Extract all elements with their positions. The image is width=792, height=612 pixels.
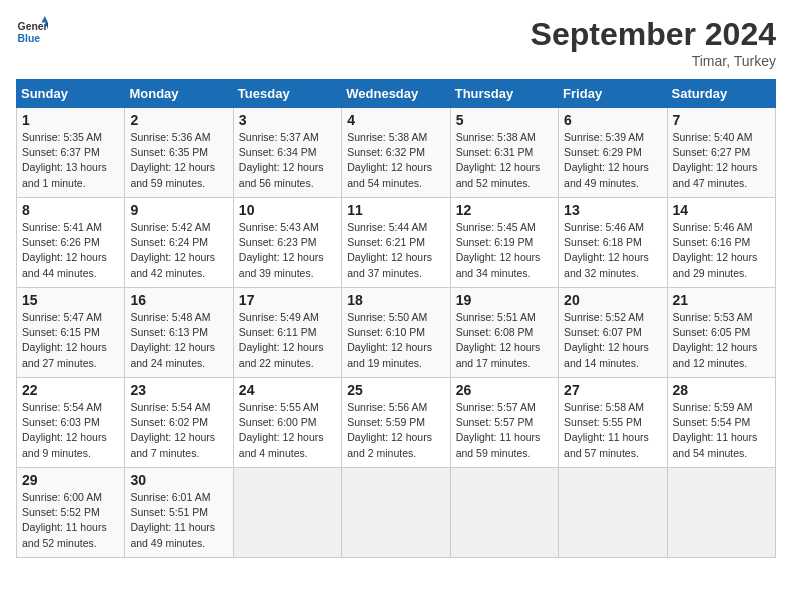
day-number: 11 — [347, 202, 444, 218]
col-wednesday: Wednesday — [342, 80, 450, 108]
table-row: 18Sunrise: 5:50 AM Sunset: 6:10 PM Dayli… — [342, 288, 450, 378]
day-number: 24 — [239, 382, 336, 398]
calendar-row: 15Sunrise: 5:47 AM Sunset: 6:15 PM Dayli… — [17, 288, 776, 378]
table-row: 9Sunrise: 5:42 AM Sunset: 6:24 PM Daylig… — [125, 198, 233, 288]
logo-icon: General Blue — [16, 16, 48, 48]
col-friday: Friday — [559, 80, 667, 108]
day-info: Sunrise: 5:49 AM Sunset: 6:11 PM Dayligh… — [239, 310, 336, 371]
day-info: Sunrise: 5:46 AM Sunset: 6:16 PM Dayligh… — [673, 220, 770, 281]
calendar-row: 8Sunrise: 5:41 AM Sunset: 6:26 PM Daylig… — [17, 198, 776, 288]
day-info: Sunrise: 5:40 AM Sunset: 6:27 PM Dayligh… — [673, 130, 770, 191]
table-row: 17Sunrise: 5:49 AM Sunset: 6:11 PM Dayli… — [233, 288, 341, 378]
day-info: Sunrise: 5:45 AM Sunset: 6:19 PM Dayligh… — [456, 220, 553, 281]
day-number: 22 — [22, 382, 119, 398]
day-number: 1 — [22, 112, 119, 128]
table-row: 11Sunrise: 5:44 AM Sunset: 6:21 PM Dayli… — [342, 198, 450, 288]
day-number: 17 — [239, 292, 336, 308]
header-row: Sunday Monday Tuesday Wednesday Thursday… — [17, 80, 776, 108]
table-row: 22Sunrise: 5:54 AM Sunset: 6:03 PM Dayli… — [17, 378, 125, 468]
day-info: Sunrise: 6:01 AM Sunset: 5:51 PM Dayligh… — [130, 490, 227, 551]
day-number: 15 — [22, 292, 119, 308]
table-row: 15Sunrise: 5:47 AM Sunset: 6:15 PM Dayli… — [17, 288, 125, 378]
table-row — [342, 468, 450, 558]
day-info: Sunrise: 5:41 AM Sunset: 6:26 PM Dayligh… — [22, 220, 119, 281]
calendar-row: 22Sunrise: 5:54 AM Sunset: 6:03 PM Dayli… — [17, 378, 776, 468]
day-number: 18 — [347, 292, 444, 308]
svg-marker-2 — [42, 16, 48, 22]
table-row: 10Sunrise: 5:43 AM Sunset: 6:23 PM Dayli… — [233, 198, 341, 288]
table-row: 5Sunrise: 5:38 AM Sunset: 6:31 PM Daylig… — [450, 108, 558, 198]
day-info: Sunrise: 5:51 AM Sunset: 6:08 PM Dayligh… — [456, 310, 553, 371]
day-number: 19 — [456, 292, 553, 308]
day-info: Sunrise: 5:37 AM Sunset: 6:34 PM Dayligh… — [239, 130, 336, 191]
day-number: 16 — [130, 292, 227, 308]
day-info: Sunrise: 5:38 AM Sunset: 6:31 PM Dayligh… — [456, 130, 553, 191]
table-row: 1Sunrise: 5:35 AM Sunset: 6:37 PM Daylig… — [17, 108, 125, 198]
day-number: 12 — [456, 202, 553, 218]
table-row — [667, 468, 775, 558]
day-number: 20 — [564, 292, 661, 308]
table-row — [233, 468, 341, 558]
table-row: 19Sunrise: 5:51 AM Sunset: 6:08 PM Dayli… — [450, 288, 558, 378]
table-row: 30Sunrise: 6:01 AM Sunset: 5:51 PM Dayli… — [125, 468, 233, 558]
day-info: Sunrise: 5:52 AM Sunset: 6:07 PM Dayligh… — [564, 310, 661, 371]
table-row: 14Sunrise: 5:46 AM Sunset: 6:16 PM Dayli… — [667, 198, 775, 288]
table-row: 12Sunrise: 5:45 AM Sunset: 6:19 PM Dayli… — [450, 198, 558, 288]
col-saturday: Saturday — [667, 80, 775, 108]
day-info: Sunrise: 5:58 AM Sunset: 5:55 PM Dayligh… — [564, 400, 661, 461]
table-row: 8Sunrise: 5:41 AM Sunset: 6:26 PM Daylig… — [17, 198, 125, 288]
day-number: 23 — [130, 382, 227, 398]
day-number: 5 — [456, 112, 553, 128]
table-row — [450, 468, 558, 558]
day-info: Sunrise: 5:55 AM Sunset: 6:00 PM Dayligh… — [239, 400, 336, 461]
day-info: Sunrise: 5:39 AM Sunset: 6:29 PM Dayligh… — [564, 130, 661, 191]
day-info: Sunrise: 5:46 AM Sunset: 6:18 PM Dayligh… — [564, 220, 661, 281]
table-row: 27Sunrise: 5:58 AM Sunset: 5:55 PM Dayli… — [559, 378, 667, 468]
table-row: 21Sunrise: 5:53 AM Sunset: 6:05 PM Dayli… — [667, 288, 775, 378]
svg-text:Blue: Blue — [18, 33, 41, 44]
table-row: 7Sunrise: 5:40 AM Sunset: 6:27 PM Daylig… — [667, 108, 775, 198]
day-number: 2 — [130, 112, 227, 128]
day-number: 26 — [456, 382, 553, 398]
col-monday: Monday — [125, 80, 233, 108]
col-thursday: Thursday — [450, 80, 558, 108]
table-row: 24Sunrise: 5:55 AM Sunset: 6:00 PM Dayli… — [233, 378, 341, 468]
day-number: 28 — [673, 382, 770, 398]
table-row: 20Sunrise: 5:52 AM Sunset: 6:07 PM Dayli… — [559, 288, 667, 378]
table-row: 4Sunrise: 5:38 AM Sunset: 6:32 PM Daylig… — [342, 108, 450, 198]
table-row: 26Sunrise: 5:57 AM Sunset: 5:57 PM Dayli… — [450, 378, 558, 468]
table-row: 2Sunrise: 5:36 AM Sunset: 6:35 PM Daylig… — [125, 108, 233, 198]
day-number: 4 — [347, 112, 444, 128]
svg-text:General: General — [18, 21, 48, 32]
location-subtitle: Timar, Turkey — [531, 53, 776, 69]
calendar-table: Sunday Monday Tuesday Wednesday Thursday… — [16, 79, 776, 558]
day-number: 30 — [130, 472, 227, 488]
day-number: 14 — [673, 202, 770, 218]
day-info: Sunrise: 5:47 AM Sunset: 6:15 PM Dayligh… — [22, 310, 119, 371]
title-block: September 2024 Timar, Turkey — [531, 16, 776, 69]
day-number: 8 — [22, 202, 119, 218]
day-info: Sunrise: 5:59 AM Sunset: 5:54 PM Dayligh… — [673, 400, 770, 461]
table-row: 29Sunrise: 6:00 AM Sunset: 5:52 PM Dayli… — [17, 468, 125, 558]
day-info: Sunrise: 5:48 AM Sunset: 6:13 PM Dayligh… — [130, 310, 227, 371]
table-row: 16Sunrise: 5:48 AM Sunset: 6:13 PM Dayli… — [125, 288, 233, 378]
day-number: 25 — [347, 382, 444, 398]
day-number: 6 — [564, 112, 661, 128]
table-row: 13Sunrise: 5:46 AM Sunset: 6:18 PM Dayli… — [559, 198, 667, 288]
day-number: 27 — [564, 382, 661, 398]
table-row — [559, 468, 667, 558]
col-sunday: Sunday — [17, 80, 125, 108]
day-number: 9 — [130, 202, 227, 218]
day-info: Sunrise: 5:54 AM Sunset: 6:02 PM Dayligh… — [130, 400, 227, 461]
day-info: Sunrise: 5:54 AM Sunset: 6:03 PM Dayligh… — [22, 400, 119, 461]
table-row: 6Sunrise: 5:39 AM Sunset: 6:29 PM Daylig… — [559, 108, 667, 198]
logo: General Blue — [16, 16, 48, 48]
table-row: 3Sunrise: 5:37 AM Sunset: 6:34 PM Daylig… — [233, 108, 341, 198]
day-number: 3 — [239, 112, 336, 128]
day-info: Sunrise: 5:38 AM Sunset: 6:32 PM Dayligh… — [347, 130, 444, 191]
calendar-row: 1Sunrise: 5:35 AM Sunset: 6:37 PM Daylig… — [17, 108, 776, 198]
day-info: Sunrise: 5:53 AM Sunset: 6:05 PM Dayligh… — [673, 310, 770, 371]
calendar-body: 1Sunrise: 5:35 AM Sunset: 6:37 PM Daylig… — [17, 108, 776, 558]
table-row: 23Sunrise: 5:54 AM Sunset: 6:02 PM Dayli… — [125, 378, 233, 468]
day-info: Sunrise: 5:57 AM Sunset: 5:57 PM Dayligh… — [456, 400, 553, 461]
